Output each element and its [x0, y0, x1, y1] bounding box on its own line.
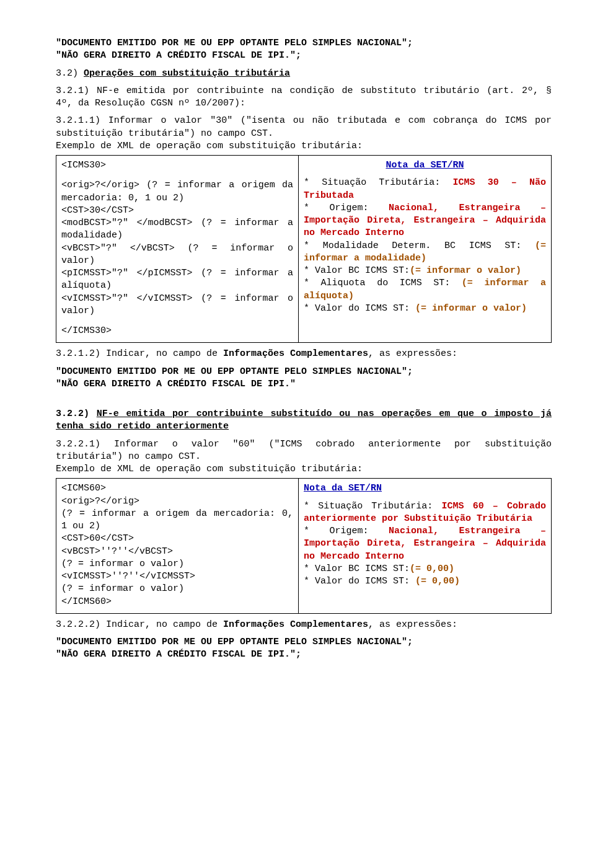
nota-title: Nota da SET/RN [386, 160, 464, 170]
sec-title: Operações com substituição tributária [84, 68, 290, 79]
section-3-2-2-1: 3.2.2.1) Informar o valor "60" ("ICMS co… [56, 438, 552, 464]
nota-line: * Valor do ICMS ST: (= informar o valor) [304, 303, 546, 315]
xml-line: <orig>?</orig> [61, 495, 293, 508]
t: , as expressões: [368, 619, 457, 630]
nota-line: * Origem: Nacional, Estrangeira – Import… [304, 202, 546, 240]
nota-line: * Aliquota do ICMS ST: (= informar a alí… [304, 277, 546, 303]
xml-line: (? = informar a origem da mercadoria: 0,… [61, 508, 293, 533]
xml-line: <vBCST>''?''</vBCST> [61, 546, 293, 558]
section-3-2: 3.2) Operações com substituição tributár… [56, 68, 552, 80]
section-3-2-1: 3.2.1) NF-e emitida por contribuinte na … [56, 85, 552, 110]
xml-left-2: <ICMS60> <orig>?</orig> (? = informar a … [56, 479, 299, 613]
example-label-2: Exemplo de XML de operação com substitui… [56, 463, 552, 476]
t: , as expressões: [368, 348, 457, 359]
repeat-1-l1: "DOCUMENTO EMITIDO POR ME OU EPP OPTANTE… [56, 366, 552, 378]
info-comp-2: Informações Complementares [223, 619, 368, 630]
nota-line: * Valor BC ICMS ST:(= 0,00) [304, 563, 546, 575]
nota-right: Nota da SET/RN * Situação Tributária: IC… [299, 156, 551, 342]
xml-line: <vICMSST>"?" </vICMSST> (? = informar o … [61, 293, 293, 318]
nota-line: * Modalidade Determ. BC ICMS ST: (= info… [304, 240, 546, 265]
info-comp: Informações Complementares [223, 348, 368, 359]
t: ) no campo CST. [190, 128, 273, 139]
xml-line: <CST>60</CST> [61, 533, 293, 545]
repeat-1-l2: "NÃO GERA DIREITO A CRÉDITO FISCAL DE IP… [56, 378, 552, 391]
repeat-2-l1: "DOCUMENTO EMITIDO POR ME OU EPP OPTANTE… [56, 636, 552, 649]
nota-line: * Valor BC ICMS ST:(= informar o valor) [304, 265, 546, 277]
xml-box-1: <ICMS30> <orig>?</orig> (? = informar a … [56, 155, 552, 343]
example-label: Exemplo de XML de operação com substitui… [56, 140, 552, 153]
xml-line: <ICMS30> [61, 159, 293, 172]
xml-line: </ICMS30> [61, 325, 293, 337]
nota-line: * Origem: Nacional, Estrangeira – Import… [304, 525, 546, 563]
t: 3.2.1.1) Informar o valor "30" ( [56, 115, 246, 126]
sec-num: 3.2) [56, 68, 78, 79]
top-line-2: "NÃO GERA DIREITO A CRÉDITO FISCAL DE IP… [56, 50, 552, 62]
section-3-2-1-2: 3.2.1.2) Indicar, no campo de Informaçõe… [56, 348, 552, 360]
xml-line: (? = informar o valor) [61, 558, 293, 570]
xml-line: </ICMS60> [61, 596, 293, 608]
section-3-2-2-2: 3.2.2.2) Indicar, no campo de Informaçõe… [56, 619, 552, 631]
xml-line: <modBCST>"?" </modBCST> (? = informar a … [61, 217, 293, 242]
sec-num: 3.2.2) [56, 409, 89, 419]
nota-right-2: Nota da SET/RN * Situação Tributária: IC… [299, 479, 551, 613]
t: ) no campo CST. [117, 451, 201, 462]
xml-line: <vICMSST>''?''</vICMSST> [61, 570, 293, 583]
xml-line: <orig>?</orig> (? = informar a origem da… [61, 179, 293, 205]
xml-box-2: <ICMS60> <orig>?</orig> (? = informar a … [56, 478, 552, 614]
section-3-2-2: 3.2.2) NF-e emitida por contribuinte sub… [56, 408, 552, 433]
section-3-2-1-1: 3.2.1.1) Informar o valor "30" ("isenta … [56, 115, 552, 140]
xml-line: (? = informar o valor) [61, 583, 293, 595]
sec-title: NF-e emitida por contribuinte substituíd… [56, 409, 552, 432]
xml-line: <ICMS60> [61, 482, 293, 495]
repeat-2-l2: "NÃO GERA DIREITO A CRÉDITO FISCAL DE IP… [56, 649, 552, 661]
xml-line: <CST>30</CST> [61, 205, 293, 217]
t: 3.2.2.1) Informar o valor "60" ( [56, 439, 274, 450]
t: 3.2.1.2) Indicar, no campo de [56, 348, 223, 359]
nota-line: * Situação Tributária: ICMS 30 – Não Tri… [304, 177, 546, 202]
nota-line: * Situação Tributária: ICMS 60 – Cobrado… [304, 500, 546, 526]
xml-line: <vBCST>"?" </vBCST> (? = informar o valo… [61, 242, 293, 268]
xml-left: <ICMS30> <orig>?</orig> (? = informar a … [56, 156, 299, 342]
nota-title-2: Nota da SET/RN [304, 483, 382, 494]
xml-line: <pICMSST>"?" </pICMSST> (? = informar a … [61, 267, 293, 293]
t: 3.2.2.2) Indicar, no campo de [56, 619, 223, 630]
top-line-1: "DOCUMENTO EMITIDO POR ME OU EPP OPTANTE… [56, 37, 552, 50]
nota-line: * Valor do ICMS ST: (= 0,00) [304, 575, 546, 588]
